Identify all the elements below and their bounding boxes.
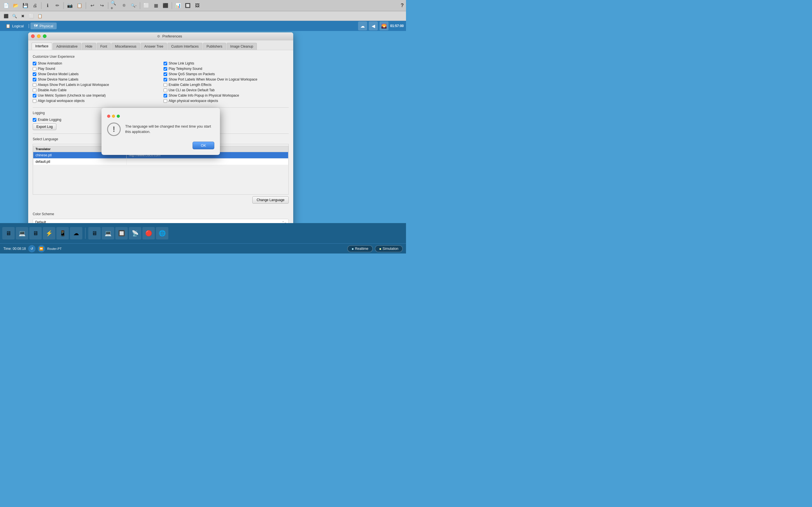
- physical-label: Physical: [40, 24, 53, 28]
- mode-tabs: 📋 Logical | 🗺 Physical ☁ ◀ 🌄 01:57:00: [0, 21, 406, 31]
- help-icon[interactable]: ?: [401, 3, 404, 8]
- sim-bottom-right: ● Realtime ● Simulation: [347, 245, 403, 252]
- device-globe-icon[interactable]: 🌐: [156, 227, 168, 239]
- resize-icon[interactable]: ⬜: [28, 12, 35, 20]
- sep6: [172, 2, 172, 9]
- play-button[interactable]: ↺: [28, 245, 36, 252]
- device-monitor2-icon[interactable]: 🖥: [88, 227, 101, 239]
- realtime-button[interactable]: ● Realtime: [347, 245, 373, 252]
- arrow-left-icon[interactable]: ◀: [369, 21, 378, 31]
- image-icon[interactable]: 🖼: [193, 2, 201, 10]
- alert-minimize-button[interactable]: [112, 115, 115, 118]
- undo-icon[interactable]: ↩: [88, 2, 96, 10]
- sep2: [63, 2, 64, 9]
- device-separator: [85, 228, 86, 239]
- workspace-canvas[interactable]: ⚙ Preferences Interface Administrative H…: [0, 31, 406, 223]
- realtime-label: Realtime: [355, 247, 368, 251]
- notes-icon[interactable]: 📋: [36, 12, 43, 20]
- simulation-label: Simulation: [383, 247, 398, 251]
- preferences-window: ⚙ Preferences Interface Administrative H…: [28, 33, 293, 223]
- text-icon[interactable]: ✏: [53, 2, 61, 10]
- main-workspace: ⚙ Preferences Interface Administrative H…: [0, 31, 406, 223]
- alert-close-button[interactable]: [107, 115, 110, 118]
- realtime-dot: ●: [352, 246, 354, 251]
- chart-icon[interactable]: 📊: [174, 2, 182, 10]
- grid-icon[interactable]: ▦: [152, 2, 160, 10]
- device-server-icon[interactable]: 🖥: [29, 227, 42, 239]
- play-icon: ↺: [31, 247, 33, 251]
- sep3: [86, 2, 86, 9]
- alert-maximize-button[interactable]: [117, 115, 120, 118]
- device-lightning-icon[interactable]: ⚡: [43, 227, 55, 239]
- physical-icon: 🗺: [34, 24, 38, 28]
- fast-forward-button[interactable]: ⏩: [38, 245, 45, 252]
- device-desktop-icon[interactable]: 🖥: [2, 227, 15, 239]
- open-icon[interactable]: 📂: [12, 2, 20, 10]
- copy-icon[interactable]: 📋: [75, 2, 84, 10]
- cloud-icon[interactable]: ☁: [358, 21, 367, 31]
- alert-dialog: ! The language will be changed the next …: [101, 108, 220, 155]
- simulation-button[interactable]: ● Simulation: [375, 245, 403, 252]
- select-icon[interactable]: ⬛: [2, 12, 10, 20]
- save-icon[interactable]: 💾: [21, 2, 29, 10]
- search-icon[interactable]: 🔍: [11, 12, 18, 20]
- delete-icon[interactable]: ✖: [19, 12, 27, 20]
- landscape-icon[interactable]: 🌄: [379, 21, 389, 31]
- print-icon[interactable]: 🖨: [31, 2, 39, 10]
- new-icon[interactable]: 📄: [2, 2, 10, 10]
- time-display: 01:57:00: [390, 24, 404, 28]
- device-red-icon[interactable]: 🔴: [142, 227, 155, 239]
- top-toolbar: 📄 📂 💾 🖨 ℹ ✏ 📷 📋 ↩ ↪ 🔍+ ® 🔍- ⬜ ▦ ⬛ 📊 🔲 🖼 …: [0, 0, 406, 11]
- box1-icon[interactable]: ⬜: [142, 2, 150, 10]
- simulation-dot: ●: [379, 246, 382, 251]
- sim-bottom-bar: Time: 00:08:18 ↺ ⏩ Router-PT ● Realtime …: [0, 243, 406, 253]
- alert-titlebar: [107, 114, 214, 119]
- bottom-device-bar: 🖥 💻 🖥 ⚡ 📱 ☁ 🖥 💻 🔲 📡 🔴 🌐: [0, 223, 406, 243]
- device-cloud-icon[interactable]: ☁: [70, 227, 82, 239]
- device-phone-icon[interactable]: 📱: [56, 227, 69, 239]
- sep1: [41, 2, 42, 9]
- frame-icon[interactable]: 🔲: [184, 2, 192, 10]
- info-icon[interactable]: ℹ: [44, 2, 52, 10]
- device-antenna-icon[interactable]: 📡: [129, 227, 141, 239]
- alert-overlay: ! The language will be changed the next …: [28, 33, 293, 223]
- redo-icon[interactable]: ↪: [98, 2, 106, 10]
- zoom-in-icon[interactable]: 🔍+: [110, 2, 118, 10]
- secondary-toolbar: ⬛ 🔍 ✖ ⬜ 📋: [0, 11, 406, 21]
- sep5: [140, 2, 140, 9]
- router-status: Router-PT: [47, 247, 62, 250]
- register-icon[interactable]: ®: [120, 2, 128, 10]
- alert-message: The language will be changed the next ti…: [125, 122, 211, 135]
- device-box-icon[interactable]: 🔲: [115, 227, 128, 239]
- device-laptop2-icon[interactable]: 💻: [102, 227, 114, 239]
- logical-label: Logical: [12, 24, 24, 28]
- physical-tab[interactable]: 🗺 Physical: [31, 22, 56, 29]
- app-container: 📄 📂 💾 🖨 ℹ ✏ 📷 📋 ↩ ↪ 🔍+ ® 🔍- ⬜ ▦ ⬛ 📊 🔲 🖼 …: [0, 0, 406, 253]
- alert-buttons: OK: [107, 142, 214, 149]
- sep4: [108, 2, 108, 9]
- mode-separator: |: [28, 23, 29, 29]
- sim-bottom-left: Time: 00:08:18 ↺ ⏩ Router-PT: [3, 245, 61, 252]
- device-laptop-icon[interactable]: 💻: [16, 227, 28, 239]
- logical-tab[interactable]: 📋 Logical: [2, 22, 27, 29]
- screenshot-icon[interactable]: 📷: [66, 2, 74, 10]
- zoom-out-icon[interactable]: 🔍-: [130, 2, 138, 10]
- alert-warning-icon: !: [107, 122, 121, 136]
- mode-right: ☁ ◀ 🌄 01:57:00: [358, 21, 404, 31]
- box2-icon[interactable]: ⬛: [161, 2, 169, 10]
- fast-forward-icon: ⏩: [39, 247, 43, 251]
- alert-ok-button[interactable]: OK: [193, 142, 214, 149]
- sim-time-label: Time: 00:08:18: [3, 247, 26, 251]
- alert-content: ! The language will be changed the next …: [107, 122, 214, 136]
- logical-icon: 📋: [6, 24, 10, 28]
